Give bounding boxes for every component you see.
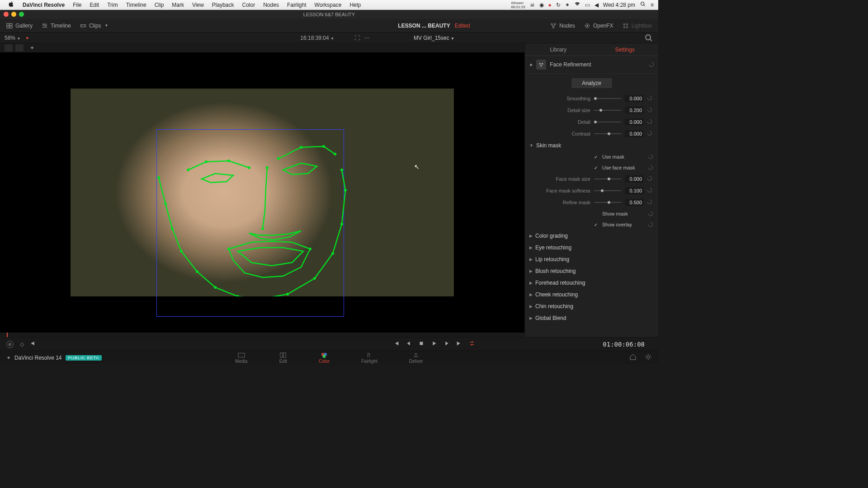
menu-help[interactable]: Help [346, 1, 364, 9]
menubar-spotlight-icon[interactable] [640, 1, 646, 9]
contrast-value[interactable]: 0.000 [625, 130, 644, 137]
menu-fairlight[interactable]: Fairlight [283, 1, 310, 9]
fx-reset-icon[interactable] [649, 62, 654, 67]
mini-timeline[interactable] [0, 333, 524, 337]
section-color-grading[interactable]: ▶Color grading [525, 230, 658, 242]
grab-still-icon[interactable]: ◇ [20, 341, 24, 347]
smoothing-value[interactable]: 0.000 [625, 95, 644, 102]
timeline-button[interactable]: Timeline [42, 23, 71, 29]
viewer[interactable]: ↖ [0, 52, 524, 333]
detail-value[interactable]: 0.000 [625, 118, 644, 126]
menu-trim[interactable]: Trim [104, 1, 122, 9]
refine-mask-slider[interactable] [594, 202, 621, 203]
show-overlay-checkbox[interactable]: ✓ [594, 222, 599, 227]
detail-size-reset-icon[interactable] [647, 108, 653, 113]
bypass-color-icon[interactable]: ⊘ [6, 341, 14, 348]
fx-enable-dot[interactable]: ● [529, 61, 533, 68]
loop-icon[interactable] [469, 340, 475, 348]
menubar-clock-icon[interactable]: ↻ [556, 2, 561, 8]
menubar-display-icon[interactable]: ▭ [585, 2, 590, 8]
detail-size-slider[interactable] [594, 110, 621, 111]
face-mask-softness-slider[interactable] [594, 190, 621, 191]
section-blush-retouching[interactable]: ▶Blush retouching [525, 265, 658, 277]
menubar-clock[interactable]: Wed 4:28 pm [603, 2, 635, 8]
menubar-record-icon[interactable]: ● [548, 2, 552, 8]
zoom-level[interactable]: 58% ▼ [5, 35, 20, 41]
menu-color[interactable]: Color [239, 1, 259, 9]
apple-menu-icon[interactable] [5, 0, 18, 9]
source-timecode[interactable]: 16:18:39:04 ▼ [300, 35, 334, 41]
stop-icon[interactable] [418, 340, 425, 348]
nav-media[interactable]: Media [235, 352, 247, 364]
expand-viewer-icon[interactable]: ⛶ [352, 34, 362, 42]
menubar-wifi-icon[interactable] [574, 1, 580, 9]
viewer-mode-1-icon[interactable] [5, 44, 13, 52]
minimize-window-button[interactable] [11, 12, 16, 17]
menu-playback[interactable]: Playback [208, 1, 238, 9]
menubar-hamburger-icon[interactable]: ≡ [651, 2, 654, 8]
section-eye-retouching[interactable]: ▶Eye retouching [525, 242, 658, 253]
section-skin-mask[interactable]: ▼Skin mask [525, 140, 658, 151]
detail-slider[interactable] [594, 122, 621, 122]
section-forehead-retouching[interactable]: ▶Forehead retouching [525, 277, 658, 289]
go-first-icon[interactable] [393, 340, 399, 348]
menubar-dot-icon[interactable]: ◉ [539, 2, 544, 8]
menu-nodes[interactable]: Nodes [259, 1, 283, 9]
show-mask-reset-icon[interactable] [648, 211, 653, 216]
face-mask-size-reset-icon[interactable] [647, 176, 653, 182]
nav-color[interactable]: Color [319, 352, 330, 364]
face-mask-size-slider[interactable] [594, 178, 621, 179]
contrast-reset-icon[interactable] [647, 131, 653, 136]
refine-mask-value[interactable]: 0.500 [625, 199, 644, 206]
menu-workspace[interactable]: Workspace [311, 1, 345, 9]
menubar-skull-icon[interactable]: ☠ [530, 2, 535, 8]
smoothing-reset-icon[interactable] [647, 96, 653, 101]
app-name[interactable]: DaVinci Resolve [19, 1, 68, 9]
section-lip-retouching[interactable]: ▶Lip retouching [525, 253, 658, 265]
contrast-slider[interactable] [594, 133, 621, 134]
menubar-bluetooth-icon[interactable]: ⁕ [565, 2, 570, 8]
mute-icon[interactable] [30, 340, 37, 348]
viewer-options-icon[interactable]: ⋯ [362, 34, 372, 42]
nav-fairlight[interactable]: Fairlight [361, 352, 377, 364]
face-mask-softness-value[interactable]: 0.100 [625, 187, 644, 194]
tab-settings[interactable]: Settings [592, 43, 659, 56]
detail-size-value[interactable]: 0.200 [625, 107, 644, 114]
use-mask-reset-icon[interactable] [648, 155, 653, 159]
smoothing-slider[interactable] [594, 98, 621, 99]
step-fwd-icon[interactable] [443, 340, 450, 348]
section-global-blend[interactable]: ▶Global Blend [525, 312, 658, 324]
show-overlay-reset-icon[interactable] [648, 222, 653, 227]
use-face-mask-checkbox[interactable]: ✓ [594, 165, 599, 170]
nav-edit[interactable]: Edit [279, 352, 287, 364]
settings-gear-icon[interactable] [645, 353, 652, 362]
lightbox-button[interactable]: Lightbox [623, 23, 652, 29]
home-icon[interactable] [629, 353, 637, 362]
magic-wand-icon[interactable]: ✦ [30, 45, 34, 51]
clips-button[interactable]: Clips▼ [80, 23, 108, 29]
fullscreen-window-button[interactable] [19, 12, 24, 17]
tab-library[interactable]: Library [525, 43, 592, 56]
go-last-icon[interactable] [456, 340, 462, 348]
face-mask-size-value[interactable]: 0.000 [625, 175, 644, 183]
menu-mark[interactable]: Mark [168, 1, 188, 9]
menu-clip[interactable]: Clip [151, 1, 168, 9]
search-icon[interactable] [644, 34, 654, 42]
viewer-mode-2-icon[interactable] [15, 44, 24, 52]
menu-timeline[interactable]: Timeline [123, 1, 150, 9]
refine-mask-reset-icon[interactable] [647, 200, 653, 205]
menu-file[interactable]: File [69, 1, 85, 9]
gallery-button[interactable]: Gallery [6, 23, 33, 29]
play-icon[interactable] [431, 340, 437, 348]
menu-view[interactable]: View [189, 1, 208, 9]
use-mask-checkbox[interactable]: ✓ [594, 155, 599, 160]
section-chin-retouching[interactable]: ▶Chin retouching [525, 300, 658, 312]
section-cheek-retouching[interactable]: ▶Cheek retouching [525, 289, 658, 300]
use-face-mask-reset-icon[interactable] [648, 165, 653, 170]
face-mask-softness-reset-icon[interactable] [647, 188, 653, 193]
menu-edit[interactable]: Edit [86, 1, 103, 9]
close-window-button[interactable] [4, 12, 9, 17]
transport-timecode[interactable]: 01:00:06:08 [603, 341, 645, 348]
openfx-button[interactable]: OpenFX [584, 23, 613, 29]
menubar-recorder[interactable]: iShowU00:21:15 [511, 1, 525, 9]
